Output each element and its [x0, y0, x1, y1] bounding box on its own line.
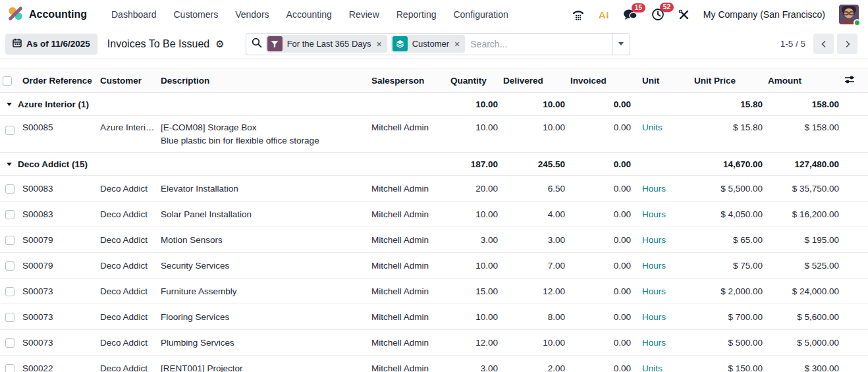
search-input[interactable] [465, 39, 611, 49]
cell-delivered: 10.00 [501, 116, 568, 153]
row-checkbox[interactable] [5, 313, 14, 322]
table-row[interactable]: S00073 Deco Addict Plumbing Services Mit… [0, 330, 868, 356]
cell-invoiced: 0.00 [568, 176, 634, 201]
cell-salesperson: Mitchell Admin [369, 176, 448, 201]
messages-icon[interactable]: 15 [623, 9, 637, 20]
cell-unit-link[interactable]: Hours [642, 286, 666, 296]
cell-unit-link[interactable]: Hours [642, 235, 666, 245]
group-collapse-caret-icon[interactable] [7, 163, 12, 166]
cell-unit-link[interactable]: Hours [642, 338, 666, 348]
group-row-azure-interior[interactable]: Azure Interior (1) 10.00 10.00 0.00 15.8… [0, 93, 868, 116]
cell-quantity: 3.00 [448, 227, 501, 253]
ai-icon[interactable]: AI [599, 9, 609, 20]
group-label: Azure Interior (1) [18, 99, 89, 109]
menu-review[interactable]: Review [340, 5, 388, 24]
header-description[interactable]: Description [158, 69, 369, 93]
search-dropdown-toggle[interactable] [612, 34, 630, 55]
cell-unit-price: $ 65.00 [692, 227, 765, 253]
company-switcher[interactable]: My Company (San Francisco) [703, 9, 825, 20]
table-row[interactable]: S00083 Deco Addict Solar Panel Installat… [0, 201, 868, 227]
messages-count-badge: 15 [632, 3, 645, 13]
table-row[interactable]: S00079 Deco Addict Security Services Mit… [0, 253, 868, 279]
adjust-columns-icon[interactable] [844, 76, 855, 86]
cell-quantity: 10.00 [448, 201, 501, 227]
group-total-invoiced: 0.00 [568, 153, 634, 176]
group-total-invoiced: 0.00 [568, 93, 634, 116]
gear-icon[interactable]: ⚙ [215, 39, 224, 49]
row-checkbox[interactable] [5, 236, 14, 245]
menu-reporting[interactable]: Reporting [388, 5, 445, 24]
filter-facet-label: For the Last 365 Days [287, 39, 371, 49]
voip-phone-icon[interactable] [572, 9, 585, 20]
header-customer[interactable]: Customer [97, 69, 158, 93]
pager-next-button[interactable] [837, 34, 857, 54]
group-row-deco-addict[interactable]: Deco Addict (15) 187.00 245.50 0.00 14,6… [0, 153, 868, 176]
cell-order-reference: S00073 [20, 304, 97, 330]
header-salesperson[interactable]: Salesperson [369, 69, 448, 93]
table-row[interactable]: S00079 Deco Addict Motion Sensors Mitche… [0, 227, 868, 253]
header-order-reference[interactable]: Order Reference [20, 69, 97, 93]
menu-configuration[interactable]: Configuration [445, 5, 516, 24]
table-row[interactable]: S00073 Deco Addict Flooring Services Mit… [0, 304, 868, 330]
group-collapse-caret-icon[interactable] [7, 103, 12, 106]
table-row[interactable]: S00073 Deco Addict Furniture Assembly Mi… [0, 279, 868, 304]
table-row[interactable]: S00083 Deco Addict Elevator Installation… [0, 176, 868, 201]
cell-unit-link[interactable]: Hours [642, 312, 666, 322]
cell-unit-link[interactable]: Units [642, 122, 663, 132]
cell-salesperson: Mitchell Admin [369, 330, 448, 356]
row-checkbox[interactable] [5, 364, 14, 372]
cell-order-reference: S00022 [20, 356, 97, 372]
row-checkbox[interactable] [5, 184, 14, 194]
cell-unit-price: $ 4,050.00 [692, 201, 765, 227]
menu-accounting[interactable]: Accounting [278, 5, 340, 24]
cell-description: Plumbing Services [158, 330, 369, 356]
cell-order-reference: S00079 [20, 253, 97, 279]
cell-customer: Deco Addict [97, 356, 158, 372]
group-total-amount: 127,480.00 [765, 153, 842, 176]
pager-previous-button[interactable] [813, 34, 834, 54]
tools-icon[interactable] [678, 9, 690, 20]
table-row[interactable]: S00085 Azure Interi… [E-COM08] Storage B… [0, 116, 868, 153]
filter-facet-close-icon[interactable]: × [376, 40, 383, 49]
groupby-facet[interactable]: Customer × [391, 35, 466, 53]
row-checkbox[interactable] [5, 338, 14, 348]
user-avatar[interactable] [839, 5, 859, 24]
cell-unit-link[interactable]: Hours [642, 209, 666, 219]
table-row[interactable]: S00022 Deco Addict [RENT001] Projector M… [0, 356, 868, 372]
select-all-checkbox[interactable] [3, 76, 12, 86]
row-checkbox[interactable] [5, 126, 14, 135]
header-invoiced[interactable]: Invoiced [568, 69, 634, 93]
app-brand[interactable]: Accounting [8, 6, 87, 23]
menu-customers[interactable]: Customers [165, 5, 227, 24]
row-checkbox[interactable] [5, 261, 14, 271]
cell-salesperson: Mitchell Admin [369, 304, 448, 330]
row-checkbox[interactable] [5, 287, 14, 296]
as-of-date-button[interactable]: As of 11/6/2025 [5, 34, 97, 55]
cell-amount: $ 158.00 [765, 116, 842, 153]
pager: 1-5 / 5 [780, 34, 857, 54]
cell-unit-link[interactable]: Hours [642, 184, 666, 194]
cell-amount: $ 35,750.00 [765, 176, 842, 201]
header-unit-price[interactable]: Unit Price [692, 69, 765, 93]
row-checkbox[interactable] [5, 210, 14, 219]
activities-icon[interactable]: 52 [651, 8, 665, 21]
cell-invoiced: 0.00 [568, 227, 634, 253]
cell-description: [E-COM08] Storage Box Blue plastic bin f… [158, 116, 369, 153]
cell-salesperson: Mitchell Admin [369, 116, 448, 153]
menu-dashboard[interactable]: Dashboard [103, 5, 165, 24]
filter-funnel-icon [267, 36, 283, 51]
cell-invoiced: 0.00 [568, 330, 634, 356]
cell-amount: $ 300.00 [765, 356, 842, 372]
header-unit[interactable]: Unit [634, 69, 692, 93]
menu-vendors[interactable]: Vendors [227, 5, 277, 24]
cell-delivered: 6.50 [501, 176, 568, 201]
cell-invoiced: 0.00 [568, 253, 634, 279]
header-delivered[interactable]: Delivered [501, 69, 568, 93]
cell-unit-link[interactable]: Units [642, 363, 663, 372]
cell-unit-link[interactable]: Hours [642, 261, 666, 271]
cell-delivered: 7.00 [501, 253, 568, 279]
header-amount[interactable]: Amount [765, 69, 842, 93]
groupby-facet-close-icon[interactable]: × [454, 40, 460, 49]
filter-facet[interactable]: For the Last 365 Days × [266, 35, 387, 53]
header-quantity[interactable]: Quantity [448, 69, 501, 93]
